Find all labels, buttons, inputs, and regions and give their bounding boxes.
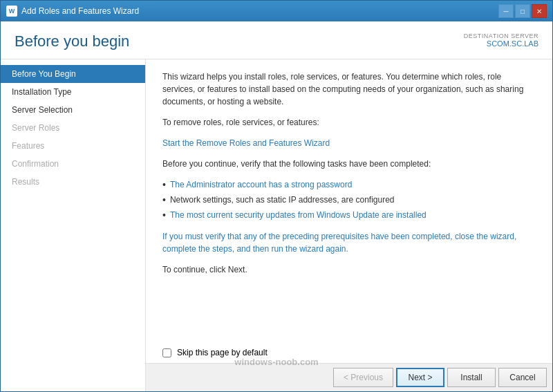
minimize-button[interactable]: ─ [498,4,514,18]
destination-name: SCOM.SC.LAB [464,39,538,48]
content-section-wrapper: This wizard helps you install roles, rol… [146,59,552,391]
install-button[interactable]: Install [447,368,496,387]
title-bar: W Add Roles and Features Wizard ─ □ ✕ [1,1,552,21]
main-window: W Add Roles and Features Wizard ─ □ ✕ Be… [0,0,553,392]
sidebar-item-confirmation: Confirmation [1,155,145,173]
sidebar-item-before-you-begin[interactable]: Before You Begin [1,65,145,83]
sidebar-item-server-roles: Server Roles [1,119,145,137]
body-area: Before You Begin Installation Type Serve… [1,59,552,391]
app-icon: W [6,6,17,17]
cancel-button[interactable]: Cancel [498,368,547,387]
warning-text: If you must verify that any of the prece… [162,230,536,255]
bullet-icon-1: • [162,178,166,191]
sidebar-item-results: Results [1,173,145,191]
verify-text: Before you continue, verify that the fol… [162,158,536,170]
next-button[interactable]: Next > [396,368,444,387]
skip-section: Skip this page by default [146,342,552,364]
sidebar-item-installation-type[interactable]: Installation Type [1,83,145,101]
bullet-item-3: • The most current security updates from… [162,209,536,221]
skip-checkbox[interactable] [162,348,171,357]
content-area: This wizard helps you install roles, rol… [146,59,552,342]
title-bar-left: W Add Roles and Features Wizard [6,6,139,17]
close-button[interactable]: ✕ [532,4,547,18]
bullet-text-3: The most current security updates from W… [170,209,427,221]
warning-text-colored: If you must verify that any of the prece… [162,232,516,254]
bullet-text-2: Network settings, such as static IP addr… [170,194,395,206]
main-container: Before you begin DESTINATION SERVER SCOM… [1,21,552,391]
window-title: Add Roles and Features Wizard [21,6,139,16]
destination-server-block: DESTINATION SERVER SCOM.SC.LAB [464,32,538,48]
sidebar-item-features: Features [1,137,145,155]
footer-buttons: < Previous Next > Install Cancel [146,364,552,391]
continue-text: To continue, click Next. [162,263,536,276]
skip-checkbox-label[interactable]: Skip this page by default [177,348,268,357]
maximize-button[interactable]: □ [515,4,530,18]
page-title: Before you begin [15,32,129,50]
sidebar: Before You Begin Installation Type Serve… [1,59,146,391]
window-controls: ─ □ ✕ [498,4,547,18]
remove-link-paragraph: Start the Remove Roles and Features Wiza… [162,137,536,149]
bullet-item-1: • The Administrator account has a strong… [162,178,536,191]
bullet-item-2: • Network settings, such as static IP ad… [162,194,536,206]
header-area: Before you begin DESTINATION SERVER SCOM… [1,21,552,59]
bullet-icon-2: • [162,194,166,206]
bullets-section: • The Administrator account has a strong… [162,178,536,222]
previous-button[interactable]: < Previous [333,368,393,387]
remove-label: To remove roles, role services, or featu… [162,116,536,129]
sidebar-item-server-selection[interactable]: Server Selection [1,101,145,119]
remove-link[interactable]: Start the Remove Roles and Features Wiza… [162,138,330,148]
destination-label: DESTINATION SERVER [464,32,538,39]
bullet-icon-3: • [162,209,166,221]
bullet-text-1: The Administrator account has a strong p… [170,178,352,191]
intro-paragraph: This wizard helps you install roles, rol… [162,71,536,108]
